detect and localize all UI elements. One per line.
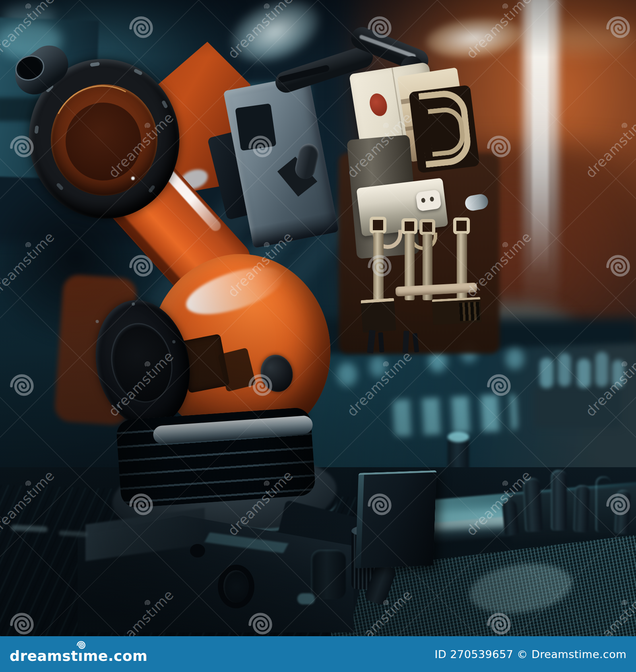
vignette [0,0,636,636]
footer-watermark-bar: dreamstıme.com ID 270539657 © Dreamstime… [0,636,636,672]
dreamstime-spiral-icon [76,641,86,650]
stock-photo-page: dreamstımedreamstımedreamstımedreamstıme… [0,0,636,672]
dreamstime-logo: dreamstıme.com [10,648,147,664]
photo-robotic-arm: dreamstımedreamstımedreamstımedreamstıme… [0,0,636,636]
image-id-text: ID 270539657 © Dreamstime.com [434,648,626,660]
